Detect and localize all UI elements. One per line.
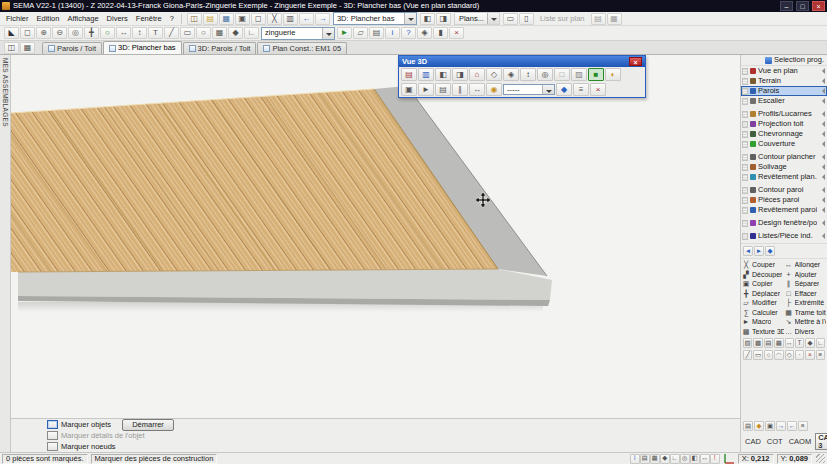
enregistrer-icon[interactable]: ▦ <box>219 13 234 25</box>
collapse-arrow-icon[interactable] <box>819 98 825 104</box>
tab-3d-parois-toit[interactable]: 3D: Parois / Toit <box>183 42 257 54</box>
liste-pieces-icon[interactable]: ▤ <box>591 13 606 25</box>
3d-etat-icon[interactable]: ◧ <box>690 454 700 464</box>
fermer-barre-icon[interactable]: × <box>590 83 606 96</box>
imprimer-vue-icon[interactable]: ▤ <box>435 83 451 96</box>
tool-allonger[interactable]: ↔ Allonger <box>785 260 827 270</box>
collapse-arrow-icon[interactable] <box>819 174 825 180</box>
bibliotheque-icon[interactable]: ▤ <box>743 421 753 431</box>
imprimer-liste-icon[interactable]: ▣ <box>765 421 775 431</box>
tool-separer[interactable]: ∥ Séparer <box>785 279 827 289</box>
appliquer-icon[interactable]: ◆ <box>556 83 572 96</box>
sidebar-item-vue-en-plan[interactable]: Vue en plan <box>741 66 827 76</box>
mise-en-page-icon[interactable]: ▭ <box>503 13 518 25</box>
ortho-icon[interactable]: ∟ <box>244 27 259 39</box>
tool-trame-toit[interactable]: ▦ Trame toit <box>785 308 827 318</box>
attacher-icon[interactable]: ∥ <box>452 83 468 96</box>
tool-effacer[interactable]: □ Effacer <box>785 289 827 299</box>
rectangle-icon[interactable]: ▭ <box>180 27 195 39</box>
copier-icon[interactable]: ▥ <box>283 13 298 25</box>
tab-3d-plancher-bas[interactable]: 3D: Plancher bas <box>103 41 182 54</box>
texte-cad-icon[interactable]: T <box>795 338 804 348</box>
faces-cachees-icon[interactable]: ▨ <box>571 68 587 81</box>
collapse-arrow-icon[interactable] <box>819 121 825 127</box>
ortho-etat-icon[interactable]: ∟ <box>670 454 680 464</box>
aide-contextuelle-icon[interactable]: ? <box>401 27 416 39</box>
texte-icon[interactable]: T <box>148 27 163 39</box>
vue-dessus-icon[interactable]: ▤ <box>401 68 417 81</box>
collapse-arrow-icon[interactable] <box>819 154 825 160</box>
slab-front-face[interactable] <box>18 269 552 300</box>
chevron-down-icon[interactable] <box>542 85 554 94</box>
arc-cad-icon[interactable]: ◠ <box>774 350 783 360</box>
marquer-noeuds-row[interactable]: Marquer noeuds <box>47 442 740 452</box>
vue-face-icon[interactable]: ▥ <box>418 68 434 81</box>
tool-macro[interactable]: ► Macro <box>742 317 784 327</box>
mesure-etat-icon[interactable]: ↔ <box>700 454 710 464</box>
zoom-fenetre-icon[interactable]: ◻ <box>20 27 35 39</box>
photo-icon[interactable]: ▣ <box>401 83 417 96</box>
tool-deplacer[interactable]: ╋ Déplacer <box>742 289 784 299</box>
affichage-3d-icon[interactable]: ◈ <box>417 27 432 39</box>
executer-macro-icon[interactable]: ► <box>337 27 352 39</box>
accrochage-icon[interactable]: ◆ <box>228 27 243 39</box>
annuler-icon[interactable]: ← <box>299 13 314 25</box>
maison-icon[interactable]: ⌂ <box>469 68 485 81</box>
apercu-icon[interactable]: ◻ <box>251 13 266 25</box>
soleil-icon[interactable]: ◉ <box>486 83 502 96</box>
chevron-down-icon[interactable] <box>404 13 416 24</box>
parametres-cad-icon[interactable]: ≡ <box>798 421 808 431</box>
filaire-icon[interactable]: □ <box>554 68 570 81</box>
tool-extremite[interactable]: ├ Extrémité <box>785 298 827 308</box>
mesurer-3d-icon[interactable]: ↔ <box>469 83 485 96</box>
gestion-vues-icon[interactable]: ◨ <box>436 13 451 25</box>
tool-texture-3d[interactable]: ▩ Texture 3D <box>742 327 784 337</box>
cotation-cad-icon[interactable]: ↔ <box>785 338 794 348</box>
groupes-icon[interactable]: ▦ <box>774 338 783 348</box>
cartouche-icon[interactable]: ▯ <box>519 13 534 25</box>
zoom-etat-icon[interactable]: ◎ <box>680 454 690 464</box>
axonometrie-icon[interactable]: ◈ <box>503 68 519 81</box>
collapse-arrow-icon[interactable] <box>819 197 825 203</box>
mode-caom[interactable]: CAOM <box>787 438 814 446</box>
view-selector-combo[interactable]: 3D: Plancher bas <box>333 12 417 25</box>
cercle-cad-icon[interactable]: ○ <box>764 350 773 360</box>
options-cad-icon[interactable]: ≡ <box>816 350 825 360</box>
tableau-icon[interactable]: ▦ <box>607 13 622 25</box>
perspective-icon[interactable]: ◇ <box>486 68 502 81</box>
3d-viewport[interactable]: Vue 3D × ▤▥◧◨⌂◇◈↕◎□▨■◐ ▣►▤∥↔◉ ----- <box>11 55 740 418</box>
liste-macros-icon[interactable]: ▤ <box>369 27 384 39</box>
sidebar-item-design-fenetre-porte[interactable]: Design fenêtre/porte <box>741 218 827 228</box>
hachures-icon[interactable]: ▨ <box>743 338 752 348</box>
rectangle-cad-icon[interactable]: ▭ <box>753 350 762 360</box>
accrochage-etat-icon[interactable]: ◆ <box>660 454 670 464</box>
menu-divers[interactable]: Divers <box>103 13 132 25</box>
imprimer-icon[interactable]: ▣ <box>235 13 250 25</box>
menu-edition[interactable]: Edition <box>33 13 64 25</box>
tab-parois-toit[interactable]: Parois / Toit <box>42 42 102 54</box>
collapse-arrow-icon[interactable] <box>819 187 825 193</box>
nouvelle-vue-icon[interactable]: ◧ <box>420 13 435 25</box>
editer-macro-icon[interactable]: ▱ <box>353 27 368 39</box>
sidebar-item-pieces-paroi[interactable]: Pièces paroi <box>741 195 827 205</box>
alerte-etat-icon[interactable]: ! <box>710 454 720 464</box>
zoom-moins-icon[interactable]: ⊖ <box>52 27 67 39</box>
rotation-3d-icon[interactable]: ◎ <box>537 68 553 81</box>
tool-mettre-a-l-echelle[interactable]: ↘ Mettre à l'éch. <box>785 317 827 327</box>
collapse-arrow-icon[interactable] <box>819 131 825 137</box>
promenade-icon[interactable]: ↕ <box>520 68 536 81</box>
sidebar-item-chevronnage[interactable]: Chevronnage <box>741 129 827 139</box>
menu-aide[interactable]: ? <box>166 13 178 25</box>
close-button[interactable]: × <box>812 1 825 11</box>
couches-etat-icon[interactable]: ▤ <box>640 454 650 464</box>
close-icon[interactable]: × <box>629 57 642 66</box>
tab-plan-const-em1-05[interactable]: Plan Const.: EM1 05 <box>257 42 347 54</box>
calques-icon[interactable]: ▤ <box>764 338 773 348</box>
sidebar-item-contour-paroi[interactable]: Contour paroi <box>741 185 827 195</box>
vue-gauche-icon[interactable]: ◧ <box>435 68 451 81</box>
grille-etat-icon[interactable]: ▦ <box>650 454 660 464</box>
fermer-vue-icon[interactable]: × <box>449 27 464 39</box>
assemblies-vertical-tab[interactable]: MES ASSEMBLAGES <box>0 55 11 452</box>
panoramique-icon[interactable]: ╋ <box>84 27 99 39</box>
animation-combo[interactable]: ----- <box>503 84 555 95</box>
